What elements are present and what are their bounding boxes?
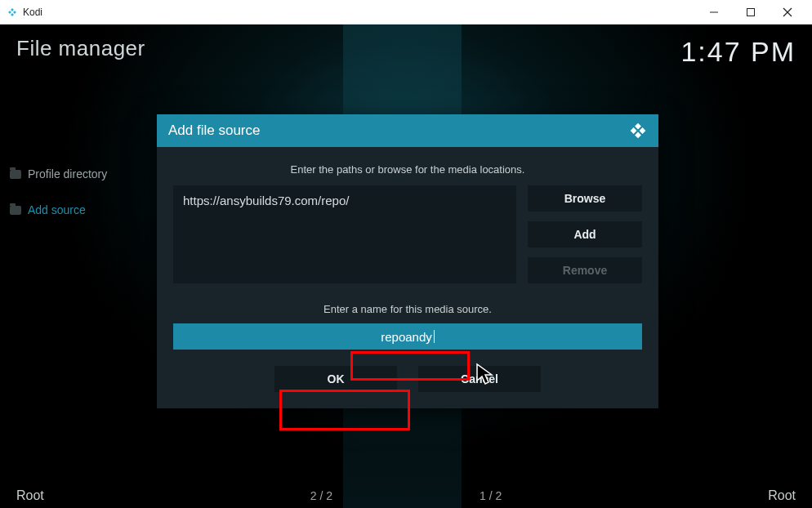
add-button[interactable]: Add <box>528 221 642 247</box>
path-input[interactable]: https://ansybuilds79.com/repo/ <box>173 185 516 283</box>
sidebar-item-profile-directory[interactable]: Profile directory <box>10 167 107 180</box>
dialog-title: Add file source <box>168 123 260 139</box>
svg-rect-0 <box>11 8 14 11</box>
svg-rect-5 <box>747 8 754 16</box>
kodi-app-icon <box>7 7 18 18</box>
minimize-button[interactable] <box>695 0 732 25</box>
window-title: Kodi <box>23 7 42 18</box>
left-source-list: Profile directory Add source <box>10 167 107 239</box>
footer-right-count: 1 / 2 <box>480 489 502 502</box>
svg-rect-2 <box>8 11 11 14</box>
sidebar-item-add-source[interactable]: Add source <box>10 203 107 216</box>
svg-rect-1 <box>13 11 16 14</box>
footer-left-count: 2 / 2 <box>310 489 332 502</box>
footer-left-label: Root <box>16 488 44 503</box>
ok-button[interactable]: OK <box>274 366 397 392</box>
page-title: File manager <box>16 36 145 61</box>
close-button[interactable] <box>769 0 805 25</box>
footer-right-label: Root <box>768 488 796 503</box>
window-titlebar: Kodi <box>0 0 812 25</box>
browse-button[interactable]: Browse <box>528 185 642 212</box>
kodi-logo-icon <box>629 122 647 140</box>
svg-rect-3 <box>11 12 14 16</box>
source-name-input[interactable]: repoandy <box>173 323 642 350</box>
dialog-instruction-name: Enter a name for this media source. <box>173 303 642 315</box>
add-file-source-dialog: Add file source Enter the paths or brows… <box>157 114 658 408</box>
text-caret <box>434 330 435 343</box>
clock: 1:47 PM <box>680 36 796 68</box>
footer-bar: Root 2 / 2 1 / 2 Root <box>16 488 796 503</box>
svg-rect-9 <box>640 127 646 134</box>
folder-icon <box>10 170 21 179</box>
kodi-app-body: File manager 1:47 PM Profile directory A… <box>0 25 812 508</box>
folder-icon <box>10 206 21 215</box>
svg-rect-11 <box>635 132 641 139</box>
sidebar-item-label: Profile directory <box>28 167 107 180</box>
dialog-instruction-paths: Enter the paths or browse for the media … <box>173 163 642 176</box>
path-input-value: https://ansybuilds79.com/repo/ <box>183 194 349 207</box>
remove-button[interactable]: Remove <box>528 257 642 283</box>
source-name-value: repoandy <box>381 330 432 344</box>
dialog-header: Add file source <box>157 114 658 147</box>
maximize-button[interactable] <box>732 0 769 25</box>
svg-rect-8 <box>635 123 641 130</box>
svg-rect-10 <box>631 127 637 134</box>
cancel-button[interactable]: Cancel <box>418 366 541 392</box>
sidebar-item-label: Add source <box>28 203 86 216</box>
